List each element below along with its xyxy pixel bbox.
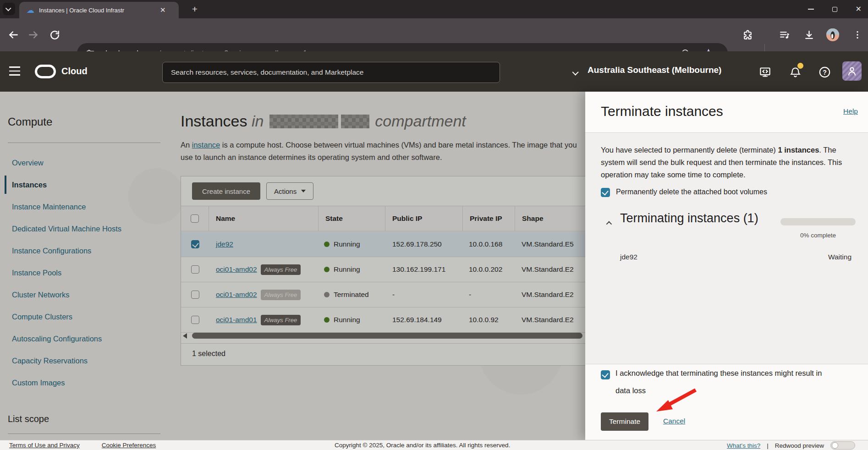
panel-footer: I acknowledge that terminating these ins…: [585, 364, 868, 440]
state-text: Running: [334, 240, 360, 248]
sidebar-item-instance-pools[interactable]: Instance Pools: [0, 262, 165, 284]
row-checkbox-cell: [181, 282, 209, 307]
tab-search-button[interactable]: [3, 3, 15, 15]
sidebar-item-instances[interactable]: Instances: [0, 174, 165, 196]
help-link[interactable]: Help: [843, 107, 858, 115]
row-checkbox[interactable]: [191, 316, 199, 324]
boot-volume-checkbox[interactable]: [601, 188, 610, 197]
extensions-icon[interactable]: [739, 26, 756, 44]
oracle-cloud-brand[interactable]: Cloud: [61, 66, 88, 77]
column-header-public-ip[interactable]: Public IP: [385, 206, 463, 231]
terminating-section-title: Terminating instances (1): [620, 210, 763, 227]
media-controls-icon[interactable]: [775, 26, 793, 44]
notifications-bell-icon[interactable]: [787, 64, 803, 80]
public-ip-cell: 152.69.178.250: [385, 232, 463, 257]
terminate-button[interactable]: Terminate: [601, 412, 648, 431]
reload-icon[interactable]: [46, 26, 63, 44]
private-ip-cell: 10.0.0.92: [463, 307, 515, 332]
sidebar-item-overview[interactable]: Overview: [0, 152, 165, 174]
region-chevron-icon[interactable]: [574, 69, 578, 77]
acknowledge-checkbox[interactable]: [601, 370, 610, 379]
boot-volume-label: Permanently delete the attached boot vol…: [616, 188, 767, 196]
redwood-preview-label: Redwood preview: [775, 442, 824, 449]
instance-name-link[interactable]: oci01-amd02: [216, 265, 257, 274]
row-checkbox[interactable]: [191, 291, 199, 299]
sidebar-item-dedicated-virtual-machine-hosts[interactable]: Dedicated Virtual Machine Hosts: [0, 218, 165, 240]
select-all-checkbox[interactable]: [191, 214, 199, 223]
state-text: Terminated: [334, 291, 369, 299]
forward-icon[interactable]: [25, 26, 42, 44]
sidebar-item-instance-maintenance[interactable]: Instance Maintenance: [0, 196, 165, 218]
instance-doc-link[interactable]: instance: [192, 141, 220, 149]
column-header-state[interactable]: State: [319, 206, 385, 231]
column-header-private-ip[interactable]: Private IP: [463, 206, 515, 231]
private-ip-cell: 10.0.0.168: [463, 232, 515, 257]
browser-toolbar: cloud.oracle.com/compute/instances?regio…: [0, 18, 868, 51]
sidebar-item-instance-configurations[interactable]: Instance Configurations: [0, 240, 165, 262]
maximize-icon[interactable]: [832, 7, 837, 12]
progress-label: 0% complete: [780, 232, 856, 239]
sidebar-item-compute-clusters[interactable]: Compute Clusters: [0, 306, 165, 328]
page-title: Instances in compartment: [181, 112, 466, 130]
window-close-icon[interactable]: ✕: [856, 5, 862, 13]
always-free-badge: Always Free: [261, 264, 301, 275]
public-ip-cell: 130.162.199.171: [385, 257, 463, 282]
dev-console-icon[interactable]: [757, 64, 773, 80]
row-checkbox[interactable]: [191, 265, 199, 274]
sidebar-title: Compute: [8, 115, 52, 128]
state-cell: Running: [319, 307, 385, 332]
boot-volume-checkbox-row: Permanently delete the attached boot vol…: [601, 188, 767, 197]
cancel-link[interactable]: Cancel: [663, 417, 685, 425]
hamburger-menu-icon[interactable]: [9, 66, 20, 76]
region-selector[interactable]: Australia Southeast (Melbourne): [588, 65, 721, 75]
column-header-name[interactable]: Name: [209, 206, 319, 231]
instance-name-link[interactable]: oci01-amd02: [216, 291, 257, 299]
notification-badge: [797, 63, 803, 69]
browser-tabstrip: ☁ Instances | Oracle Cloud Infrastr ✕ + …: [0, 0, 868, 18]
instance-name-cell: jde92: [209, 232, 319, 257]
whats-this-link[interactable]: What's this?: [727, 442, 760, 449]
sidebar-item-custom-images[interactable]: Custom Images: [0, 372, 165, 394]
new-tab-button[interactable]: +: [189, 3, 201, 15]
row-checkbox-cell: [181, 307, 209, 332]
browser-tab[interactable]: ☁ Instances | Oracle Cloud Infrastr ✕: [19, 2, 179, 18]
shape-cell-text: VM.Standard.E2: [522, 316, 574, 324]
cookie-preferences-link[interactable]: Cookie Preferences: [102, 442, 156, 449]
back-icon[interactable]: [5, 26, 22, 44]
search-input[interactable]: Search resources, services, documentatio…: [162, 62, 500, 83]
instance-name-link[interactable]: oci01-amd01: [216, 316, 257, 324]
instance-name-link[interactable]: jde92: [216, 240, 233, 248]
sidebar-item-capacity-reservations[interactable]: Capacity Reservations: [0, 350, 165, 372]
redwood-preview-toggle[interactable]: [830, 441, 855, 450]
sidebar-item-autoscaling-configurations[interactable]: Autoscaling Configurations: [0, 328, 165, 350]
terms-link[interactable]: Terms of Use and Privacy: [9, 442, 80, 449]
download-icon[interactable]: [800, 26, 818, 44]
shape-cell-text: VM.Standard.E2: [522, 265, 574, 274]
row-checkbox-cell: [181, 232, 209, 257]
browser-menu-icon[interactable]: [849, 26, 866, 44]
panel-header: Terminate instances Help: [585, 92, 868, 133]
state-text: Running: [334, 316, 360, 324]
create-instance-button[interactable]: Create instance: [192, 182, 260, 200]
state-status-dot: [324, 241, 330, 247]
help-icon[interactable]: ?: [817, 64, 832, 80]
oci-header: Cloud Search resources, services, docume…: [0, 51, 868, 92]
collapse-chevron-icon[interactable]: [606, 219, 610, 227]
scrollbar-thumb[interactable]: [192, 333, 582, 339]
sidebar-divider: [8, 143, 160, 143]
copyright-text: Copyright © 2025, Oracle and/or its affi…: [335, 442, 510, 449]
row-checkbox[interactable]: [191, 240, 199, 248]
tab-close-icon[interactable]: ✕: [160, 6, 166, 14]
sidebar-nav: OverviewInstancesInstance MaintenanceDed…: [0, 152, 165, 394]
state-text: Running: [334, 265, 360, 274]
browser-profile-avatar[interactable]: [824, 26, 841, 44]
actions-dropdown-button[interactable]: Actions: [266, 182, 313, 200]
minimize-icon[interactable]: [808, 9, 814, 10]
user-profile-avatar[interactable]: [842, 61, 862, 81]
window-controls: ✕: [808, 0, 862, 18]
redacted-compartment-name: [269, 115, 338, 128]
scroll-left-icon[interactable]: [183, 333, 187, 339]
sidebar-item-cluster-networks[interactable]: Cluster Networks: [0, 284, 165, 306]
toggle-knob: [832, 442, 838, 449]
row-checkbox-cell: [181, 257, 209, 282]
